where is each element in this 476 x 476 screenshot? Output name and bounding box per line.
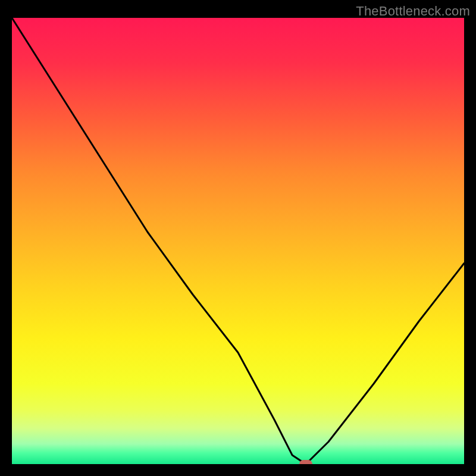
chart-plot	[12, 18, 464, 464]
gradient-background	[12, 18, 464, 464]
chart-svg	[12, 18, 464, 464]
chart-container: TheBottleneck.com	[0, 0, 476, 476]
watermark-text: TheBottleneck.com	[356, 4, 470, 19]
